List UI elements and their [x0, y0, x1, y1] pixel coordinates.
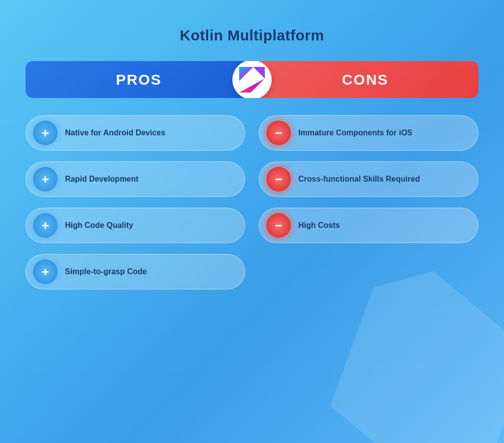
list-item: + Simple-to-grasp Code: [26, 254, 245, 289]
header-bar: PROS CONS: [26, 61, 478, 98]
page-title: Kotlin Multiplatform: [180, 27, 324, 44]
list-item: − Immature Components for iOS: [259, 115, 478, 151]
list-item: − High Costs: [259, 208, 478, 243]
item-label: High Code Quality: [65, 221, 133, 230]
minus-icon: −: [266, 121, 291, 145]
item-label: Rapid Development: [65, 175, 138, 184]
plus-icon: +: [33, 167, 58, 191]
plus-icon: +: [33, 259, 58, 284]
pros-column: + Native for Android Devices + Rapid Dev…: [26, 115, 245, 289]
item-label: Simple-to-grasp Code: [65, 267, 147, 276]
list-item: − Cross-functional Skills Required: [259, 161, 478, 197]
plus-icon: +: [33, 213, 58, 238]
svg-marker-0: [239, 67, 253, 81]
item-label: High Costs: [298, 221, 340, 230]
item-label: Cross-functional Skills Required: [298, 175, 420, 184]
pros-header: PROS: [26, 61, 252, 98]
list-item: + Rapid Development: [26, 161, 245, 197]
minus-icon: −: [266, 213, 291, 238]
list-item: + Native for Android Devices: [26, 115, 245, 151]
pros-label: PROS: [116, 71, 161, 88]
item-label: Native for Android Devices: [65, 128, 165, 137]
minus-icon: −: [266, 167, 291, 191]
cons-label: CONS: [342, 71, 389, 88]
item-label: Immature Components for iOS: [298, 128, 412, 137]
content-area: + Native for Android Devices + Rapid Dev…: [26, 115, 478, 289]
list-item: + High Code Quality: [26, 208, 245, 243]
plus-icon: +: [33, 121, 58, 145]
cons-header: CONS: [252, 61, 478, 98]
kotlin-logo-icon: [239, 67, 265, 93]
cons-column: − Immature Components for iOS − Cross-fu…: [259, 115, 478, 289]
kotlin-logo-container: [232, 61, 272, 98]
